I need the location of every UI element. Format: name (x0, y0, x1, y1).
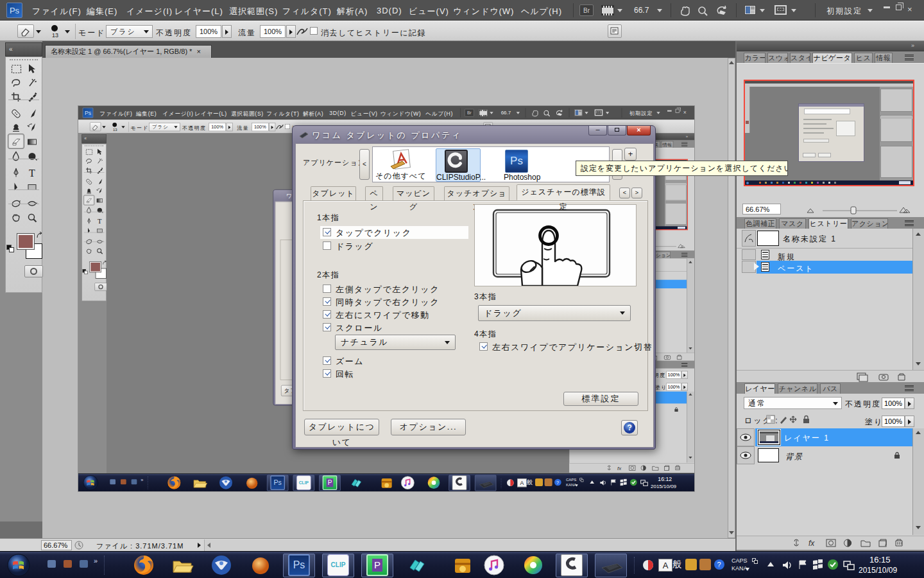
svg-text:?: ? (628, 423, 632, 432)
svg-text:?: ? (556, 480, 559, 486)
svg-text:fx: fx (809, 539, 815, 548)
svg-text:?: ? (717, 561, 721, 568)
svg-text:T: T (98, 218, 102, 225)
svg-text:T: T (29, 168, 35, 179)
svg-text:fx: fx (617, 466, 622, 471)
